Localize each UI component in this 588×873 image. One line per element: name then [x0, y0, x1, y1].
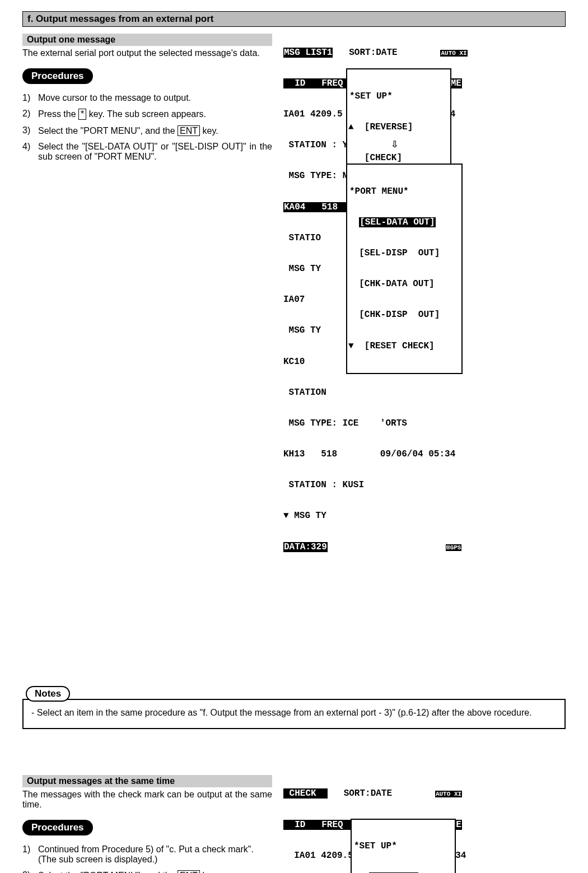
sub-title-2: Output messages at the same time	[22, 775, 272, 787]
key-star: *	[78, 109, 86, 120]
step-text: Select the "PORT MENU", and the ENT key.	[38, 870, 272, 873]
popup-setup-2: *SET UP* ▲ [REVERSE] [CHECK] SAVE MENU P…	[351, 819, 456, 873]
popup-item-selected: [SEL-DATA OUT]	[359, 217, 435, 227]
step-num: 1)	[22, 93, 38, 103]
procedures-label-1: Procedures	[22, 68, 93, 84]
step-num: 2)	[22, 109, 38, 120]
screen-2: CHECK SORT:DATE AUTO XI ID FREQ LINES DA…	[283, 768, 569, 873]
badge-auto: AUTO XI	[440, 50, 467, 57]
badge-gps: ⊠GPS	[446, 544, 461, 551]
notes-label-1: Notes	[26, 686, 70, 702]
section-title: f. Output messages from an external port	[22, 11, 566, 27]
step-num: 3)	[22, 125, 38, 137]
key-ent: ENT	[178, 125, 200, 137]
arrow-down-icon: ⇩	[391, 138, 398, 152]
sub-title-1: Output one message	[22, 34, 272, 46]
step-text: Press the * key. The sub screen appears.	[38, 109, 272, 120]
screen-1: MSG LIST1 SORT:DATE AUTO XI ID FREQ LINE…	[283, 27, 569, 676]
step-text: Select the "PORT MENU", and the ENT key.	[38, 125, 272, 137]
step-text: Select the "[SEL-DATA OUT]" or "[SEL-DIS…	[38, 142, 272, 162]
popup-port-menu: *PORT MENU* [SEL-DATA OUT] [SEL-DISP OUT…	[346, 164, 463, 374]
key-ent: ENT	[178, 870, 200, 873]
step-text: Continued from Procedure 5) of "c. Put a…	[38, 844, 272, 865]
step-num: 4)	[22, 142, 38, 162]
notes-text-1: - Select an item in the same procedure a…	[31, 708, 559, 718]
step-num: 1)	[22, 844, 38, 865]
intro-2: The messages with the check mark can be …	[22, 790, 272, 810]
step-num: 2)	[22, 870, 38, 873]
intro-1: The external serial port output the sele…	[22, 48, 272, 58]
badge-auto: AUTO XI	[435, 791, 462, 797]
procedures-label-2: Procedures	[22, 820, 93, 835]
step-text: Move cursor to the message to output.	[38, 93, 272, 103]
